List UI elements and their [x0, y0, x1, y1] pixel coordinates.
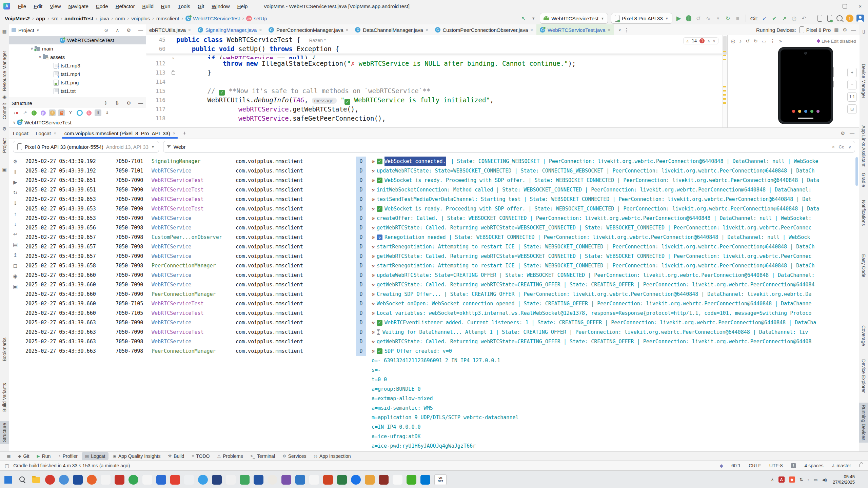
menu-item-tools[interactable]: Tools — [174, 0, 194, 12]
device-selector[interactable]: Pixel 8 Pro API 33 ▼ — [611, 13, 672, 24]
panel-header-icon[interactable]: ⚙ — [126, 27, 131, 33]
menu-item-file[interactable]: File — [14, 0, 30, 12]
more-options-icon[interactable]: ⋮ — [623, 26, 630, 34]
ai-assistant-icon[interactable]: ◆ — [719, 463, 723, 468]
tree-item-tst1-png[interactable]: tst1.png — [9, 78, 146, 87]
editor-tab[interactable]: CPeerConnectionManager.java× — [265, 24, 352, 35]
stripe-notifications[interactable]: Notifications — [859, 198, 868, 228]
breadcrumb-item[interactable]: CWebRTCServiceTest — [185, 16, 240, 21]
resource-manager-icon[interactable]: ▦ — [0, 28, 9, 34]
device-mirror-icon[interactable] — [816, 14, 823, 22]
more-icon[interactable]: » — [779, 38, 782, 44]
close-tab-icon[interactable]: × — [346, 27, 349, 33]
device-mirror[interactable] — [778, 47, 833, 124]
taskbar-app-icon[interactable] — [129, 475, 138, 485]
log-row[interactable]: 2025-02-27 05:43:39.6607050-7090PeerConn… — [22, 289, 859, 299]
settings-icon[interactable]: ⚙ — [0, 126, 9, 131]
power-icon[interactable]: ◎ — [731, 38, 735, 44]
mouse-icon[interactable]: ◦ — [808, 477, 809, 482]
show-anonymous-icon[interactable] — [76, 109, 83, 116]
log-row[interactable]: 2025-02-27 05:43:39.6517050-7090WebRTCSe… — [22, 185, 859, 195]
stripe-device-manager[interactable]: Device Manager — [859, 62, 868, 100]
stop-button[interactable]: ■ — [734, 14, 741, 22]
git-commit-icon[interactable]: ✔ — [771, 14, 778, 22]
show-fields-icon[interactable]: f — [49, 109, 56, 116]
project-folder-icon[interactable]: ▣ — [0, 167, 9, 172]
git-rollback-icon[interactable]: ↶ — [801, 14, 807, 22]
log-row[interactable]: 2025-02-27 05:43:39.6637050-7098PeerConn… — [22, 346, 859, 356]
menu-item-window[interactable]: Window — [208, 0, 233, 12]
taskbar-app-icon[interactable] — [323, 475, 333, 485]
logcat-device-selector[interactable]: Pixel 8 Pro API 33 (emulator-5554) Andro… — [13, 141, 159, 152]
menu-item-run[interactable]: Run — [157, 0, 174, 12]
editor-tab[interactable]: CDataChannelManager.java× — [352, 24, 431, 35]
close-tab-icon[interactable]: × — [173, 131, 176, 136]
taskbar-app-icon[interactable] — [142, 475, 152, 485]
running-devices-tab[interactable]: Pixel 8 Pro — [800, 26, 831, 33]
log-row[interactable]: 2025-02-27 05:43:39.6607050-7105WebRTCSe… — [22, 308, 859, 318]
device-manager-icon[interactable] — [826, 14, 833, 22]
log-row[interactable]: 2025-02-27 05:43:39.1927050-7101WebRTCSe… — [22, 166, 859, 176]
zoom-out-button[interactable]: − — [847, 80, 857, 89]
menu-item-build[interactable]: Build — [138, 0, 157, 12]
tree-item-main[interactable]: ∨main — [9, 44, 146, 53]
overflow-icon[interactable]: ⋮ — [770, 38, 775, 44]
tree-item-tst1-mp3[interactable]: tst1.mp3 — [9, 61, 146, 70]
filter-option-icon[interactable]: × — [832, 144, 835, 149]
menu-item-navigate[interactable]: Navigate — [65, 0, 92, 12]
logcat-output[interactable]: 2025-02-27 05:43:39.1927050-7101Signalin… — [22, 155, 859, 452]
breadcrumb-item[interactable]: mmsclient — [156, 16, 179, 21]
editor-scrollbar[interactable] — [722, 35, 727, 127]
toolwindow-terminal[interactable]: >_Terminal — [247, 452, 278, 460]
monitor-icon[interactable]: ▭ — [813, 477, 817, 482]
panel-header-icon[interactable]: — — [851, 27, 856, 33]
resume-icon[interactable]: ▶ — [13, 179, 17, 185]
structure-panel-title[interactable]: Structure — [12, 100, 32, 106]
log-row[interactable]: 2025-02-27 05:43:39.6637050-7098WebRTCSe… — [22, 337, 859, 346]
tray-chevron-icon[interactable]: ∧ — [771, 477, 774, 482]
zoom-fit-button[interactable]: ⊡ — [847, 104, 857, 114]
menu-item-edit[interactable]: Edit — [30, 0, 46, 12]
panel-header-icon[interactable]: ⚙ — [841, 130, 845, 136]
structure-tree-item[interactable]: ∨ C WebRTCServiceTest — [9, 118, 146, 127]
menu-item-help[interactable]: Help — [234, 0, 252, 12]
volume-icon[interactable]: ♪ — [739, 38, 742, 44]
log-row-continuation[interactable]: s=- — [22, 365, 859, 375]
previous-occurrence-icon[interactable]: ↑ — [14, 211, 17, 217]
breadcrumb-item[interactable]: com — [115, 16, 125, 21]
editor-tab[interactable]: CSignalingManager.java× — [194, 24, 265, 35]
breadcrumb-item[interactable]: java — [100, 16, 109, 21]
log-row[interactable]: 2025-02-27 05:43:39.6607050-7090WebRTCSe… — [22, 270, 859, 280]
panel-header-icon[interactable]: ⊙ — [104, 27, 108, 33]
taskbar-app-icon[interactable] — [73, 475, 83, 485]
chevron-down-icon[interactable]: ▼ — [36, 28, 40, 32]
pause-icon[interactable]: ‖ — [14, 169, 16, 175]
close-tab-icon[interactable]: × — [54, 131, 56, 136]
clear-icon[interactable]: ◻ — [13, 263, 17, 269]
panel-header-icon[interactable]: ⚙ — [843, 27, 847, 33]
log-row[interactable]: 2025-02-27 05:43:39.6637050-7090WebRTCSe… — [22, 318, 859, 327]
log-row[interactable]: 2025-02-27 05:43:39.1927050-7101Signalin… — [22, 157, 859, 166]
taskbar-app-icon[interactable] — [170, 475, 180, 485]
taskbar-app-icon[interactable] — [198, 475, 208, 485]
file-explorer-icon[interactable] — [31, 475, 41, 485]
chevron-down-icon[interactable]: ▼ — [715, 14, 722, 22]
toolwindow-problems[interactable]: ⚠Problems — [214, 452, 246, 460]
profile-avatar[interactable] — [856, 15, 864, 22]
sort-alpha-icon[interactable]: ↓ᵃ — [21, 109, 28, 116]
taskbar-app-icon[interactable] — [226, 475, 236, 485]
expand-icon[interactable]: ⇑ — [95, 109, 101, 116]
chevron-down-icon[interactable]: ∨ — [616, 26, 623, 34]
log-row-continuation[interactable]: o=- 6391324121123696091 2 IN IP4 127.0.0… — [22, 356, 859, 365]
collapse-icon[interactable]: ⇓ — [104, 109, 111, 116]
stripe-commit[interactable]: Commit — [0, 101, 9, 121]
toolwindow-git[interactable]: ◆Git — [15, 452, 33, 460]
gradle-sync-icon[interactable]: ↖ — [520, 14, 527, 22]
panel-header-icon[interactable]: ⚙ — [126, 100, 131, 106]
log-row-continuation[interactable]: a=ice-ufrag:atDK — [22, 432, 859, 441]
notification-icon[interactable]: ! — [791, 463, 796, 468]
log-row-continuation[interactable]: a=extmap-allow-mixed — [22, 394, 859, 403]
tray-app-icon[interactable]: A — [778, 476, 785, 483]
search-everywhere-icon[interactable] — [836, 14, 843, 22]
log-row[interactable]: 2025-02-27 05:43:39.6637050-7090WebRTCSe… — [22, 327, 859, 337]
